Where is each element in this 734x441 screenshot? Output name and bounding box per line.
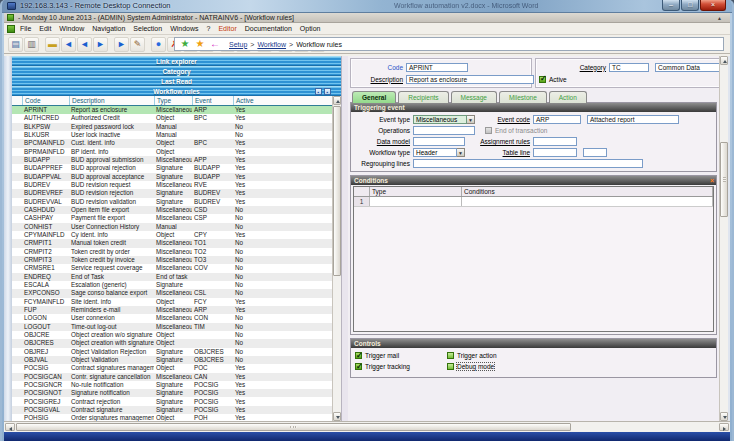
- table-row[interactable]: FUPReminders e-mailMiscellaneousARPYes: [12, 306, 333, 314]
- first-record-icon[interactable]: ◄: [61, 37, 76, 52]
- table-row[interactable]: POCSIGNCRNo-rule notificationSignaturePO…: [12, 381, 333, 389]
- tab-general[interactable]: General: [352, 91, 396, 103]
- table-row[interactable]: CRMSRE1Service request coverageMiscellan…: [12, 264, 333, 272]
- unchecked-checkbox-icon[interactable]: [447, 363, 454, 370]
- assignment-rules-field[interactable]: [533, 137, 577, 146]
- scrollbar-thumb[interactable]: [16, 423, 571, 431]
- favorite-add-icon[interactable]: ★: [178, 38, 192, 51]
- table-row[interactable]: CPYMAINFLDCy ident. infoObjectCPYYes: [12, 231, 333, 239]
- workflow-type-select[interactable]: Header▼: [413, 148, 465, 157]
- table-line-field-1[interactable]: [533, 148, 577, 157]
- menu-item-item[interactable]: ?: [207, 25, 211, 32]
- table-row[interactable]: BPRMAINFLDBP ident. infoObjectYes: [12, 148, 333, 156]
- checkbox-debug-mode[interactable]: Debug mode: [447, 363, 716, 370]
- section-header-category[interactable]: Category: [12, 66, 341, 76]
- favorite-icon[interactable]: ★: [193, 38, 207, 51]
- data-model-field[interactable]: [413, 137, 465, 146]
- table-row[interactable]: POHSIGOrder signatures managementObjectP…: [12, 414, 333, 421]
- table-row[interactable]: POCSIGREJContract rejectionSignaturePOCS…: [12, 397, 333, 405]
- table-row[interactable]: CRMPIT1Manual token creditMiscellaneousT…: [12, 239, 333, 247]
- next-record-icon[interactable]: ►: [93, 37, 108, 52]
- list-vertical-scrollbar[interactable]: [332, 96, 341, 421]
- section-header-link-explorer[interactable]: Link explorer: [12, 56, 341, 66]
- close-section-icon[interactable]: ×: [710, 176, 714, 185]
- table-row[interactable]: APRINTReport as enclosureMiscellaneousAR…: [12, 106, 333, 114]
- category-label[interactable]: Category: [539, 64, 609, 71]
- table-row[interactable]: POCSIGContract signatures managementObje…: [12, 364, 333, 372]
- table-row[interactable]: CRMPIT3Token credit by invoiceMiscellane…: [12, 256, 333, 264]
- table-row[interactable]: CASHDUDOpen item file exportMiscellaneou…: [12, 206, 333, 214]
- conditions-grid[interactable]: Type Conditions 1: [353, 186, 714, 332]
- unchecked-checkbox-icon[interactable]: [447, 352, 454, 359]
- table-row[interactable]: OBJVALObject ValidationSignatureOBJCRESN…: [12, 356, 333, 364]
- active-checkbox[interactable]: [539, 76, 546, 83]
- regrouping-lines-field[interactable]: [413, 159, 643, 168]
- column-header-description[interactable]: Description: [69, 96, 154, 105]
- description-label[interactable]: Description: [354, 76, 406, 83]
- window-icon[interactable]: ▪: [324, 88, 331, 95]
- attach-icon[interactable]: ✎: [130, 37, 145, 52]
- close-button[interactable]: ×: [700, 0, 726, 11]
- column-header-active[interactable]: Active: [233, 96, 333, 105]
- table-row[interactable]: BUDAPPVALBUD approval acceptanceSignatur…: [12, 173, 333, 181]
- scroll-down-icon[interactable]: [720, 412, 728, 421]
- cell-type[interactable]: [370, 197, 462, 206]
- menu-item-window[interactable]: Window: [59, 25, 84, 32]
- table-row[interactable]: BLKPSWExpired password lockManualNo: [12, 123, 333, 131]
- tab-recipients[interactable]: Recipients: [398, 91, 448, 103]
- menu-item-navigation[interactable]: Navigation: [92, 25, 125, 32]
- table-row[interactable]: BLKUSRUser lock inactiveManualNo: [12, 131, 333, 139]
- category-code-field[interactable]: TC: [609, 63, 649, 72]
- event-code-field[interactable]: ARP: [533, 115, 581, 124]
- scrollbar-thumb[interactable]: [333, 106, 341, 276]
- section-header-last-read[interactable]: Last Read: [12, 76, 341, 86]
- table-row[interactable]: BPCMAINFLDCust. ident. infoObjectBPCYes: [12, 139, 333, 147]
- table-row[interactable]: LOGOUTTime-out log-outMiscellaneousTIMNo: [12, 323, 333, 331]
- tab-milestone[interactable]: Milestone: [499, 91, 547, 103]
- column-header-type[interactable]: Type: [154, 96, 192, 105]
- table-row[interactable]: POCSIGNOTSignature notificationSignature…: [12, 389, 333, 397]
- table-row[interactable]: CRMPIT2Token credit by orderMiscellaneou…: [12, 248, 333, 256]
- menu-item-documentation[interactable]: Documentation: [245, 25, 292, 32]
- chevron-down-icon[interactable]: ▼: [467, 115, 475, 124]
- table-row[interactable]: AUTHCREDAuthorized CreditObjectBPCYes: [12, 114, 333, 122]
- column-header-event[interactable]: Event: [192, 96, 233, 105]
- horizontal-scrollbar[interactable]: [4, 421, 730, 432]
- tab-message[interactable]: Message: [451, 91, 497, 103]
- print-icon[interactable]: ▥: [24, 37, 39, 52]
- column-header-code[interactable]: Code: [22, 96, 69, 105]
- table-row[interactable]: BUDREVVALBUD revision validationSignatur…: [12, 198, 333, 206]
- rdp-titlebar[interactable]: 192.168.3.143 - Remote Desktop Connectio…: [2, 0, 732, 13]
- restore-icon[interactable]: ▲: [717, 15, 722, 21]
- table-row[interactable]: POCSIGVALContract signatureSignaturePOCS…: [12, 406, 333, 414]
- checkbox-trigger-tracking[interactable]: Trigger tracking: [355, 363, 447, 370]
- table-row[interactable]: BUDREVREFBUD revision rejectionSignature…: [12, 189, 333, 197]
- table-row[interactable]: ESCALAEscalation (generic)SignatureNo: [12, 281, 333, 289]
- checked-checkbox-icon[interactable]: [355, 363, 362, 370]
- chevron-down-icon[interactable]: ▼: [457, 148, 465, 157]
- menu-item-edit[interactable]: Edit: [39, 25, 51, 32]
- conditions-row[interactable]: 1: [354, 197, 713, 207]
- table-row[interactable]: OBJCRESObject creation with signatureObj…: [12, 339, 333, 347]
- data-model-label[interactable]: Data model: [351, 138, 413, 145]
- minimize-button[interactable]: –: [662, 0, 680, 11]
- table-row[interactable]: LOGONUser connexionMiscellaneousCONNo: [12, 314, 333, 322]
- breadcrumb-link-setup[interactable]: Setup: [229, 41, 247, 48]
- scroll-left-icon[interactable]: [5, 423, 15, 431]
- event-code-label[interactable]: Event code: [475, 116, 533, 123]
- code-field[interactable]: APRINT: [406, 63, 468, 72]
- tunnel-icon[interactable]: ←: [208, 38, 222, 51]
- menu-item-windows[interactable]: Windows: [170, 25, 198, 32]
- table-row[interactable]: BUDAPPREFBUD approval rejectionSignature…: [12, 164, 333, 172]
- table-row[interactable]: OBJREJObject Validation RejectionSignatu…: [12, 348, 333, 356]
- scroll-right-icon[interactable]: [719, 423, 729, 431]
- checkbox-trigger-action[interactable]: Trigger action: [447, 352, 716, 359]
- checked-checkbox-icon[interactable]: [355, 352, 362, 359]
- table-row[interactable]: ENDREQEnd of TaskEnd of taskNo: [12, 273, 333, 281]
- menu-item-file[interactable]: File: [20, 25, 31, 32]
- checkbox-trigger-mail[interactable]: Trigger mail: [355, 352, 447, 359]
- pin-icon[interactable]: ▪: [315, 88, 322, 95]
- table-line-label[interactable]: Table line: [465, 149, 533, 156]
- table-row[interactable]: CONHISTUser Connection HistoryManualNo: [12, 223, 333, 231]
- table-row[interactable]: EXPCONSOSage conso balance exportMiscell…: [12, 289, 333, 297]
